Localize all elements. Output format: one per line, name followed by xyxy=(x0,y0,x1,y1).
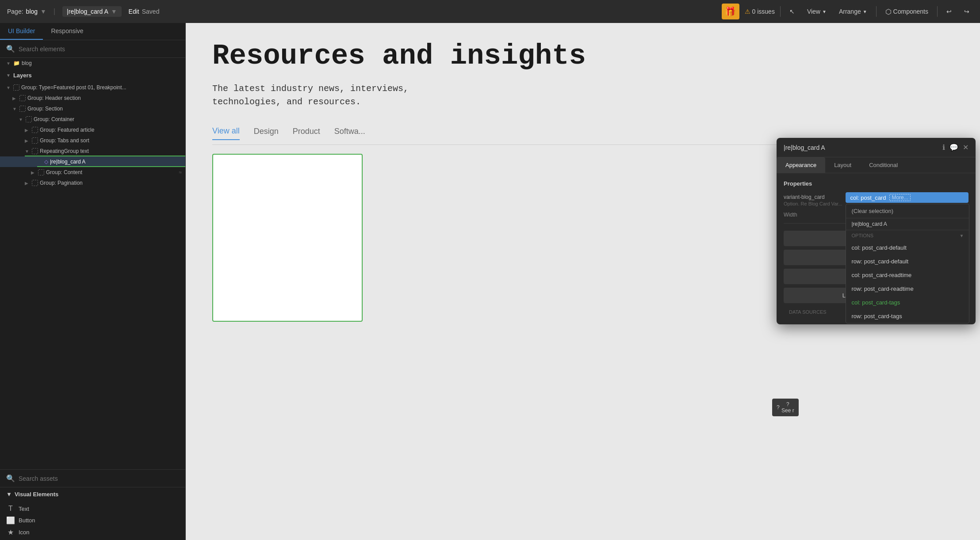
question-icon: ? xyxy=(777,404,780,411)
edit-label: Edit xyxy=(129,8,139,15)
gift-button[interactable]: 🎁 xyxy=(722,4,739,19)
left-tabs: UI Builder Responsive xyxy=(0,23,185,40)
assets-section: 🔍 ▼ Visual Elements T Text ⬜ Button ★ Ic… xyxy=(0,469,185,540)
visual-elements-chevron: ▼ xyxy=(6,491,12,498)
info-icon[interactable]: ℹ xyxy=(942,143,945,152)
layer-item[interactable]: ▶ Group: Header section xyxy=(0,93,185,103)
dropdown-section-arrow: ▼ xyxy=(960,233,964,238)
group-icon-6 xyxy=(32,148,38,154)
dropdown-clear-item[interactable]: (Clear selection) xyxy=(846,204,969,218)
dropdown-more[interactable]: More... xyxy=(889,194,910,201)
main-layout: UI Builder Responsive 🔍 ▼ 📁 blog ▼ Layer… xyxy=(0,23,980,540)
layer-chevron-2: ▼ xyxy=(12,106,18,111)
visual-item-icon[interactable]: ★ Icon xyxy=(6,528,179,536)
canvas-tab-design[interactable]: Design xyxy=(254,127,279,140)
comment-icon[interactable]: 💬 xyxy=(949,143,958,152)
panel-body: Properties variant-blog_card Option. Re … xyxy=(777,173,976,324)
search-assets-bar: 🔍 xyxy=(0,470,185,487)
page-selector[interactable]: Page: blog ▼ xyxy=(7,8,46,15)
variant-prop-row: variant-blog_card Option. Re Blog Card V… xyxy=(784,192,969,206)
variant-dropdown-selected[interactable]: col: post_card More... xyxy=(846,192,969,203)
group-icon-5 xyxy=(32,137,38,144)
search-assets-input[interactable] xyxy=(19,475,179,482)
layer-item[interactable]: ▶ Group: Tabs and sort xyxy=(0,135,185,146)
redo-button[interactable]: ↪ xyxy=(961,6,973,17)
view-button[interactable]: View ▼ xyxy=(804,6,830,17)
dropdown-item-1[interactable]: row: post_card-default xyxy=(846,255,969,268)
dropdown-item-4[interactable]: col: post_card-tags xyxy=(846,296,969,309)
layer-chevron-0: ▼ xyxy=(6,85,11,90)
search-elements-icon: 🔍 xyxy=(6,45,15,53)
layers-section: ▼ 📁 blog ▼ Layers ▼ Group: Type=Featured… xyxy=(0,58,185,469)
layers-chevron: ▼ xyxy=(6,73,11,78)
cursor-tool[interactable]: ↖ xyxy=(786,6,798,17)
eye-icon[interactable]: ≈ xyxy=(179,169,182,175)
layer-chevron-6: ▼ xyxy=(25,149,30,154)
dropdown-item-2[interactable]: col: post_card-readtime xyxy=(846,268,969,282)
page-dropdown-icon[interactable]: ▼ xyxy=(40,8,46,15)
dropdown-item-5[interactable]: row: post_card-tags xyxy=(846,309,969,323)
tab-appearance[interactable]: Appearance xyxy=(777,157,825,173)
layer-chevron-1: ▶ xyxy=(12,96,18,101)
canvas-tab-software[interactable]: Softwa... xyxy=(334,127,365,140)
panel-header: |re|blog_card A ℹ 💬 ✕ xyxy=(777,138,976,157)
layer-chevron-3: ▼ xyxy=(19,117,24,122)
group-icon-0 xyxy=(13,84,19,91)
components-button[interactable]: ⬡ Components xyxy=(882,6,932,18)
layer-chevron: ▼ xyxy=(6,61,11,66)
tab-responsive[interactable]: Responsive xyxy=(43,23,91,40)
properties-label: Properties xyxy=(784,180,969,187)
dropdown-item-3[interactable]: row: post_card-readtime xyxy=(846,282,969,296)
component-selector[interactable]: |re|blog_card A ▼ xyxy=(62,6,122,17)
topbar: Page: blog ▼ | |re|blog_card A ▼ Edit Sa… xyxy=(0,0,980,23)
search-elements-input[interactable] xyxy=(19,46,179,53)
dropdown-current-item[interactable]: |re|blog_card A xyxy=(846,218,969,230)
tab-conditional[interactable]: Conditional xyxy=(860,157,907,173)
layer-group-pagination[interactable]: ▶ Group: Pagination xyxy=(0,178,185,188)
visual-items-list: T Text ⬜ Button ★ Icon xyxy=(0,501,185,540)
layer-blog-card-a[interactable]: ◇ |re|blog_card A xyxy=(0,156,185,167)
layer-blog[interactable]: ▼ 📁 blog xyxy=(0,58,185,68)
canvas-tab-product[interactable]: Product xyxy=(293,127,320,140)
layer-chevron-5: ▶ xyxy=(25,138,30,143)
visual-item-text[interactable]: T Text xyxy=(6,505,179,513)
visual-elements-header[interactable]: ▼ Visual Elements xyxy=(0,487,185,501)
layer-item[interactable]: ▼ Group: Type=Featured post 01, Breakpoi… xyxy=(0,82,185,93)
topbar-actions: 🎁 ⚠ 0 issues ↖ View ▼ Arrange ▼ ⬡ Compon… xyxy=(722,4,973,19)
layers-header[interactable]: ▼ Layers xyxy=(0,68,185,82)
dropdown-item-0[interactable]: col: post_card-default xyxy=(846,241,969,255)
variant-dropdown-list: (Clear selection) |re|blog_card A OPTION… xyxy=(846,204,969,323)
layer-repeating-group[interactable]: ▼ RepeatingGroup text xyxy=(0,146,185,156)
canvas-tab-view-all[interactable]: View all xyxy=(212,126,240,140)
layer-item[interactable]: ▶ Group: Featured article xyxy=(0,125,185,135)
topbar-divider-3 xyxy=(937,6,938,17)
group-icon-1 xyxy=(19,95,26,101)
arrange-button[interactable]: Arrange ▼ xyxy=(835,6,871,17)
visual-item-button[interactable]: ⬜ Button xyxy=(6,516,179,525)
group-icon-9 xyxy=(32,180,38,186)
topbar-divider-1 xyxy=(780,6,781,17)
topbar-divider-2 xyxy=(876,6,877,17)
left-panel: UI Builder Responsive 🔍 ▼ 📁 blog ▼ Layer… xyxy=(0,23,186,540)
layer-item[interactable]: ▼ Group: Section xyxy=(0,103,185,114)
variant-prop-value: col: post_card More... (Clear selection)… xyxy=(846,192,969,203)
tab-layout[interactable]: Layout xyxy=(825,157,860,173)
component-dropdown-icon[interactable]: ▼ xyxy=(111,8,117,15)
layer-group-content[interactable]: ▶ Group: Content ≈ xyxy=(0,167,185,178)
layer-item[interactable]: ▼ Group: Container xyxy=(0,114,185,125)
page-main-title: Resources and insights xyxy=(212,41,953,72)
button-icon: ⬜ xyxy=(6,516,15,525)
issues-indicator: ⚠ 0 issues xyxy=(745,8,775,15)
component-name: |re|blog_card A xyxy=(67,8,108,15)
layer-chevron-9: ▶ xyxy=(25,181,30,186)
layer-chevron-8: ▶ xyxy=(31,170,36,175)
search-elements-bar: 🔍 xyxy=(0,40,185,58)
blog-card-placeholder xyxy=(212,154,363,322)
tab-ui-builder[interactable]: UI Builder xyxy=(0,23,43,40)
see-r-button[interactable]: ? ? See r xyxy=(772,399,799,416)
text-icon: T xyxy=(6,505,15,513)
group-icon-8 xyxy=(38,169,44,175)
close-icon[interactable]: ✕ xyxy=(963,143,969,152)
undo-button[interactable]: ↩ xyxy=(943,6,955,17)
panel-icons: ℹ 💬 ✕ xyxy=(942,143,969,152)
